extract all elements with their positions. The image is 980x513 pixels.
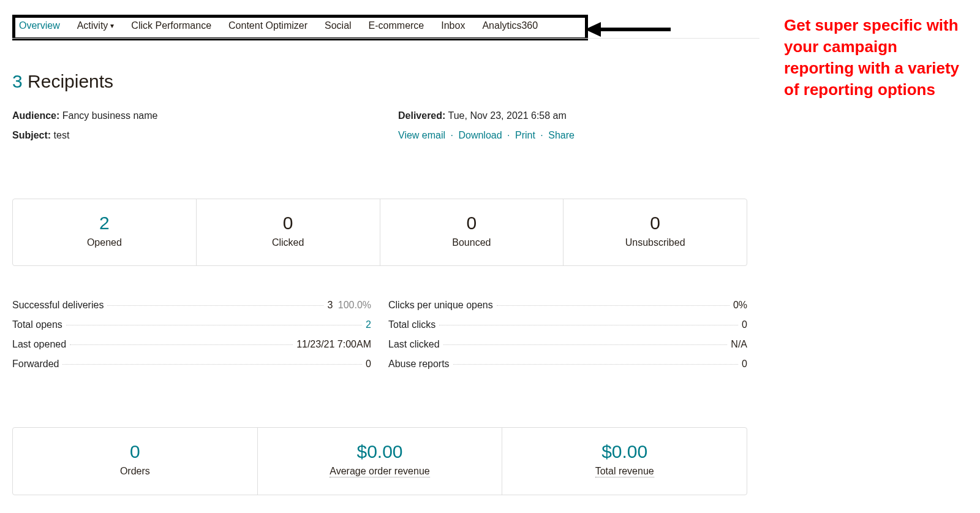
aor-label: Average order revenue xyxy=(330,466,429,477)
dot-sep: · xyxy=(540,130,543,140)
clicked-label: Clicked xyxy=(203,237,374,248)
audience-value: Fancy business name xyxy=(62,110,158,121)
stats-left-col: Successful deliveries 3 100.0% Total ope… xyxy=(12,300,371,378)
tab-activity-label: Activity xyxy=(77,20,108,31)
tab-social[interactable]: Social xyxy=(325,20,352,31)
annotation-arrow-icon xyxy=(585,21,671,38)
tab-overview[interactable]: Overview xyxy=(19,20,60,31)
stat-dots xyxy=(62,364,362,365)
print-link[interactable]: Print xyxy=(515,130,535,140)
card-unsubscribed: 0 Unsubscribed xyxy=(564,199,747,265)
card-total-revenue: $0.00 Total revenue xyxy=(502,428,747,495)
stat-dots xyxy=(443,344,728,345)
stat-label: Forwarded xyxy=(12,359,59,370)
stat-value: 0 xyxy=(742,359,747,370)
card-bounced: 0 Bounced xyxy=(380,199,564,265)
revenue-cards: 0 Orders $0.00 Average order revenue $0.… xyxy=(12,427,747,495)
orders-label: Orders xyxy=(19,466,251,477)
stat-dots xyxy=(107,305,323,306)
subject-label: Subject: xyxy=(12,130,51,140)
opened-value[interactable]: 2 xyxy=(19,213,190,234)
stat-label: Successful deliveries xyxy=(12,300,104,311)
orders-value[interactable]: 0 xyxy=(19,441,251,462)
stat-value: 0 xyxy=(366,359,371,370)
stat-label: Total clicks xyxy=(388,319,435,330)
tab-ecommerce[interactable]: E-commerce xyxy=(369,20,424,31)
view-email-link[interactable]: View email xyxy=(398,130,445,140)
campaign-meta: Audience: Fancy business name Subject: t… xyxy=(12,110,747,150)
total-rev-label: Total revenue xyxy=(595,466,654,477)
report-page: Overview Activity ▾ Click Performance Co… xyxy=(0,5,760,513)
meta-left-col: Audience: Fancy business name Subject: t… xyxy=(12,110,398,150)
bounced-label: Bounced xyxy=(386,237,557,248)
stat-clicks-per-open: Clicks per unique opens 0% xyxy=(388,300,747,311)
bounced-value: 0 xyxy=(386,213,557,234)
stat-value: 11/23/21 7:00AM xyxy=(296,339,371,350)
stat-value: 0% xyxy=(733,300,747,311)
stat-label: Clicks per unique opens xyxy=(388,300,493,311)
summary-cards: 2 Opened 0 Clicked 0 Bounced 0 Unsubscri… xyxy=(12,199,747,266)
unsubscribed-value: 0 xyxy=(570,213,741,234)
unsubscribed-label: Unsubscribed xyxy=(570,237,741,248)
stat-last-opened: Last opened 11/23/21 7:00AM xyxy=(12,339,371,350)
stat-successful-deliveries: Successful deliveries 3 100.0% xyxy=(12,300,371,311)
dot-sep: · xyxy=(507,130,510,140)
svg-marker-1 xyxy=(585,22,601,37)
tabbar-highlight-box: Overview Activity ▾ Click Performance Co… xyxy=(12,15,588,40)
deliveries-count: 3 xyxy=(327,300,333,310)
stat-value: N/A xyxy=(731,339,747,350)
meta-right-col: Delivered: Tue, Nov 23, 2021 6:58 am Vie… xyxy=(398,110,747,150)
tab-analytics360[interactable]: Analytics360 xyxy=(482,20,538,31)
recipient-count: 3 xyxy=(12,71,23,91)
audience-label: Audience: xyxy=(12,110,59,121)
total-rev-value[interactable]: $0.00 xyxy=(508,441,741,462)
stat-value: 3 100.0% xyxy=(327,300,371,311)
stat-abuse-reports: Abuse reports 0 xyxy=(388,359,747,370)
clicked-value: 0 xyxy=(203,213,374,234)
chevron-down-icon: ▾ xyxy=(110,21,114,30)
stat-total-opens: Total opens 2 xyxy=(12,319,371,330)
tab-activity[interactable]: Activity ▾ xyxy=(77,20,115,31)
download-link[interactable]: Download xyxy=(458,130,502,140)
stat-total-clicks: Total clicks 0 xyxy=(388,319,747,330)
subject-row: Subject: test xyxy=(12,130,398,141)
stat-value-link[interactable]: 2 xyxy=(366,319,371,330)
annotation-callout: Get super specific with your campaign re… xyxy=(784,15,968,101)
recipient-label: Recipients xyxy=(28,71,113,91)
stat-dots xyxy=(453,364,738,365)
deliveries-pct: 100.0% xyxy=(338,300,371,310)
audience-row: Audience: Fancy business name xyxy=(12,110,398,121)
dot-sep: · xyxy=(451,130,453,140)
stat-dots xyxy=(66,325,362,325)
stats-columns: Successful deliveries 3 100.0% Total ope… xyxy=(12,300,747,378)
delivered-row: Delivered: Tue, Nov 23, 2021 6:58 am xyxy=(398,110,747,121)
share-link[interactable]: Share xyxy=(548,130,575,140)
card-clicked: 0 Clicked xyxy=(197,199,380,265)
stat-label: Total opens xyxy=(12,319,62,330)
opened-label: Opened xyxy=(19,237,190,248)
delivered-value: Tue, Nov 23, 2021 6:58 am xyxy=(448,110,567,121)
subject-value: test xyxy=(54,130,70,140)
stat-forwarded: Forwarded 0 xyxy=(12,359,371,370)
stat-label: Abuse reports xyxy=(388,359,450,370)
tab-click-performance[interactable]: Click Performance xyxy=(131,20,211,31)
stat-value: 0 xyxy=(742,319,747,330)
card-avg-order-revenue: $0.00 Average order revenue xyxy=(258,428,503,495)
report-tabbar: Overview Activity ▾ Click Performance Co… xyxy=(19,20,581,31)
stat-last-clicked: Last clicked N/A xyxy=(388,339,747,350)
stat-dots xyxy=(497,305,729,306)
tab-underline xyxy=(12,38,760,39)
page-title: 3 Recipients xyxy=(12,71,747,92)
aor-value[interactable]: $0.00 xyxy=(264,441,496,462)
stat-label: Last opened xyxy=(12,339,66,350)
card-opened: 2 Opened xyxy=(13,199,197,265)
tab-content-optimizer[interactable]: Content Optimizer xyxy=(228,20,307,31)
stat-dots xyxy=(70,344,293,345)
delivered-label: Delivered: xyxy=(398,110,445,121)
stats-right-col: Clicks per unique opens 0% Total clicks … xyxy=(388,300,747,378)
action-links: View email · Download · Print · Share xyxy=(398,130,747,141)
stat-dots xyxy=(439,325,738,325)
tab-inbox[interactable]: Inbox xyxy=(441,20,465,31)
card-orders: 0 Orders xyxy=(13,428,258,495)
stat-label: Last clicked xyxy=(388,339,440,350)
